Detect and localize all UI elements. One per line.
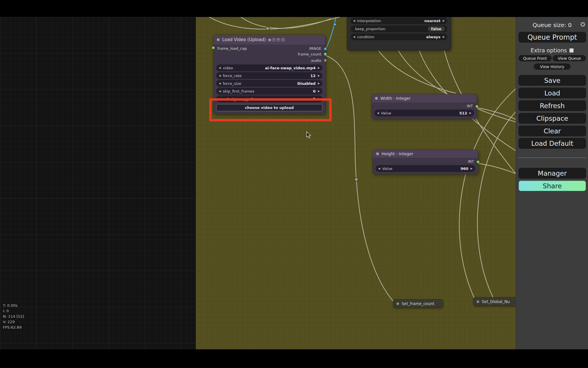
- arrow-left-icon[interactable]: ◀: [353, 20, 355, 22]
- widget-keep-proportion[interactable]: keep_proportion false: [351, 26, 447, 32]
- perf-stats: T: 0.00s I: 0 N: 114 [52] V: 229 FPS:62.…: [3, 303, 24, 330]
- widget-value[interactable]: ◀ Value 512 ▶: [374, 110, 474, 116]
- node-title: Width - Integer: [380, 96, 411, 101]
- arrow-right-icon[interactable]: ▶: [443, 20, 445, 22]
- wire: [477, 112, 516, 300]
- widget-force-size[interactable]: ◀ force_size Disabled ▶: [216, 80, 322, 87]
- wire-image-link: [326, 17, 336, 49]
- vhs-badge-icon: H: [276, 38, 280, 42]
- share-button[interactable]: Share: [519, 181, 586, 191]
- clear-button[interactable]: Clear: [519, 126, 586, 136]
- node-header[interactable]: Width - Integer: [372, 94, 477, 102]
- widget-skip-first-frames[interactable]: ◀ skip_first_frames 0 ▶: [216, 88, 322, 95]
- node-graph-canvas[interactable]: ◀ interpolation nearest ▶ keep_proportio…: [196, 17, 516, 349]
- widget-value: nearest: [424, 19, 440, 23]
- output-dot-audio[interactable]: [324, 59, 327, 62]
- settings-gear-icon[interactable]: [580, 22, 586, 28]
- arrow-right-icon[interactable]: ▶: [469, 112, 471, 114]
- arrow-right-icon[interactable]: ▶: [318, 82, 320, 85]
- node-resize[interactable]: ◀ interpolation nearest ▶ keep_proportio…: [347, 17, 451, 51]
- stats-line: T: 0.00s: [3, 303, 24, 308]
- output-label: INT: [467, 104, 473, 108]
- arrow-left-icon[interactable]: ◀: [219, 90, 221, 93]
- extra-options-checkbox[interactable]: [569, 48, 574, 53]
- load-button[interactable]: Load: [519, 88, 586, 98]
- widget-value: false: [428, 26, 445, 31]
- node-title: Set_frame_count: [402, 301, 434, 306]
- collapse-dot-icon[interactable]: [477, 300, 479, 303]
- reroute-dot[interactable]: [355, 178, 358, 181]
- output-dot-int[interactable]: [477, 160, 479, 163]
- collapse-dot-icon[interactable]: [396, 302, 399, 305]
- arrow-left-icon[interactable]: ◀: [377, 112, 379, 114]
- widget-force-rate[interactable]: ◀ force_rate 12 ▶: [216, 72, 322, 79]
- queue-front-button[interactable]: Queue Front: [519, 55, 552, 61]
- widget-label: force_size: [223, 81, 241, 86]
- widget-label: condition: [357, 35, 374, 39]
- output-label: IMAGE: [309, 46, 321, 51]
- arrow-left-icon[interactable]: ◀: [219, 67, 221, 69]
- output-label: audio: [311, 58, 321, 63]
- widget-value-text: 512: [459, 111, 467, 115]
- stats-line: V: 229: [3, 319, 24, 325]
- widget-value: always: [426, 35, 440, 39]
- manager-button[interactable]: Manager: [519, 168, 586, 179]
- input-dot-frame-load-cap[interactable]: [212, 46, 215, 49]
- widget-label: Value: [381, 111, 391, 115]
- widget-value-text: 960: [461, 166, 468, 171]
- output-dot-int[interactable]: [475, 105, 478, 108]
- view-queue-button[interactable]: View Queue: [553, 55, 586, 61]
- widget-label: keep_proportion: [355, 27, 386, 31]
- arrow-left-icon[interactable]: ◀: [219, 74, 221, 77]
- wire: [207, 17, 345, 29]
- bottom-letterbox: [0, 349, 588, 368]
- widget-value[interactable]: ◀ Value 960 ▶: [376, 165, 475, 172]
- output-label: frame_count: [298, 52, 321, 56]
- stats-line: I: 0: [3, 308, 24, 314]
- wire: [356, 179, 395, 303]
- collapse-dot-icon[interactable]: [217, 38, 220, 41]
- collapse-dot-icon[interactable]: [375, 97, 378, 100]
- view-history-button[interactable]: View History: [534, 64, 570, 70]
- widget-interpolation[interactable]: ◀ interpolation nearest ▶: [351, 18, 447, 24]
- clipspace-button[interactable]: Clipspace: [519, 113, 586, 124]
- queue-prompt-button[interactable]: Queue Prompt: [519, 32, 586, 43]
- top-letterbox: [0, 0, 588, 17]
- widget-label: video: [223, 66, 233, 70]
- queue-size-label: Queue size: 0: [516, 22, 588, 28]
- stats-line: N: 114 [52]: [3, 314, 24, 319]
- node-header[interactable]: Load Video (Upload) ▦ V H S: [213, 35, 325, 45]
- arrow-right-icon[interactable]: ▶: [443, 36, 445, 38]
- save-button[interactable]: Save: [519, 75, 586, 86]
- widget-label: force_rate: [223, 74, 242, 78]
- collapse-dot-icon[interactable]: [376, 152, 379, 155]
- load-default-button[interactable]: Load Default: [519, 138, 586, 149]
- arrow-left-icon[interactable]: ◀: [219, 82, 221, 85]
- widget-video[interactable]: ◀ video ai-face-swap_video.mp4 ▶: [216, 64, 322, 71]
- node-set-global[interactable]: Set_Global_Nu: [473, 297, 516, 306]
- arrow-left-icon[interactable]: ◀: [353, 36, 355, 38]
- node-header[interactable]: Height - Integer: [373, 150, 478, 158]
- output-label: INT: [468, 159, 474, 164]
- wire: [459, 89, 516, 299]
- arrow-right-icon[interactable]: ▶: [318, 74, 320, 77]
- node-set-frame-count[interactable]: Set_frame_count: [393, 299, 443, 308]
- link-dot[interactable]: [333, 23, 336, 26]
- arrow-left-icon[interactable]: ◀: [378, 167, 380, 170]
- output-dot-image[interactable]: [324, 47, 327, 50]
- reroute-dot[interactable]: [266, 27, 269, 30]
- arrow-right-icon[interactable]: ▶: [318, 90, 320, 93]
- vhs-badge-icon: V: [272, 38, 276, 42]
- arrow-right-icon[interactable]: ▶: [318, 67, 320, 69]
- vhs-badge-icon: S: [281, 38, 285, 42]
- output-dot-frame-count[interactable]: [324, 53, 327, 55]
- refresh-button[interactable]: Refresh: [519, 100, 586, 111]
- node-width-integer[interactable]: Width - Integer INT ◀ Value 512 ▶: [371, 94, 477, 119]
- left-canvas[interactable]: T: 0.00s I: 0 N: 114 [52] V: 229 FPS:62.…: [0, 17, 196, 349]
- node-height-integer[interactable]: Height - Integer INT ◀ Value 960 ▶: [372, 150, 478, 175]
- film-icon: ▦: [268, 38, 271, 42]
- arrow-right-icon[interactable]: ▶: [471, 167, 473, 170]
- widget-condition[interactable]: ◀ condition always ▶: [351, 34, 447, 40]
- mouse-cursor: [306, 131, 312, 139]
- widget-value: Disabled: [297, 81, 316, 86]
